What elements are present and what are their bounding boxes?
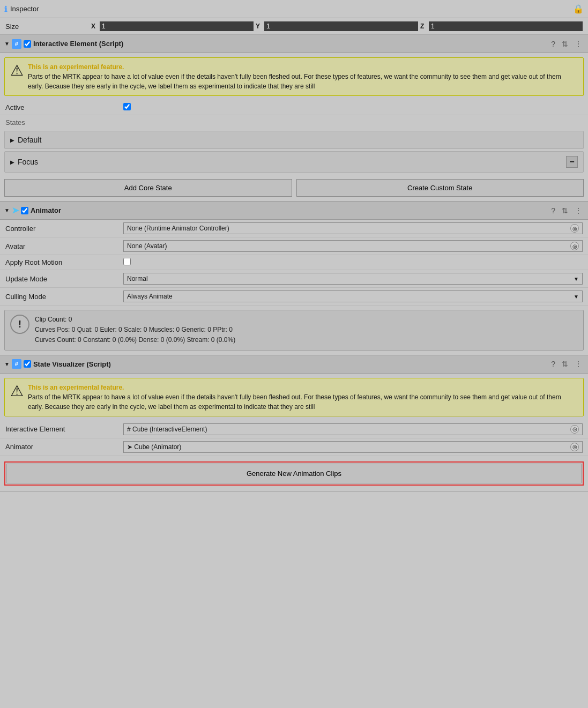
size-y-axis: Y	[256, 23, 263, 30]
avatar-pick-button[interactable]: ◎	[570, 242, 579, 250]
state-item-default: ▶ Default	[4, 131, 584, 149]
ie-title: Interactive Element (Script)	[33, 40, 123, 48]
ie-warning-body: Parts of the MRTK appear to have a lot o…	[28, 72, 578, 91]
update-mode-row: Update Mode Normal ▼	[0, 270, 588, 288]
culling-mode-value: Always Animate ▼	[123, 290, 583, 302]
controller-input-box[interactable]: None (Runtime Animator Controller) ◎	[123, 222, 583, 234]
culling-mode-arrow: ▼	[574, 294, 579, 300]
sv-enabled-checkbox[interactable]	[24, 360, 31, 368]
avatar-input-box[interactable]: None (Avatar) ◎	[123, 240, 583, 252]
ie-active-checkbox[interactable]	[123, 103, 131, 110]
sv-title: State Visualizer (Script)	[33, 360, 111, 368]
ie-help-button[interactable]: ?	[549, 39, 557, 49]
animator-info-text: Clip Count: 0 Curves Pos: 0 Quat: 0 Eule…	[35, 315, 235, 346]
avatar-label: Avatar	[5, 242, 123, 250]
controller-label: Controller	[5, 225, 123, 233]
state-visualizer-section: ▼ # State Visualizer (Script) ? ⇅ ⋮ ⚠ Th…	[0, 355, 588, 491]
clip-count: Clip Count: 0	[35, 315, 235, 325]
animator-collapse-arrow[interactable]: ▼	[4, 207, 10, 213]
culling-mode-dropdown[interactable]: Always Animate ▼	[123, 290, 583, 302]
size-z-field: Z	[420, 21, 583, 31]
sv-header: ▼ # State Visualizer (Script) ? ⇅ ⋮	[0, 355, 588, 374]
size-z-axis: Z	[420, 23, 428, 30]
curves-pos: Curves Pos: 0 Quat: 0 Euler: 0 Scale: 0 …	[35, 325, 235, 335]
animator-settings-button[interactable]: ⇅	[560, 206, 570, 215]
state-focus-arrow[interactable]: ▶	[10, 159, 14, 165]
animator-help-button[interactable]: ?	[549, 206, 557, 215]
ie-active-label: Active	[5, 103, 123, 111]
controller-pick-button[interactable]: ◎	[570, 224, 579, 233]
sv-help-button[interactable]: ?	[549, 359, 557, 369]
ie-warning-text: This is an experimental feature. Parts o…	[28, 62, 578, 91]
inspector-title-area: ℹ Inspector	[4, 5, 39, 13]
ie-active-value	[123, 103, 583, 112]
sv-menu-button[interactable]: ⋮	[573, 359, 584, 369]
sv-ie-text: # Cube (InteractiveElement)	[127, 426, 207, 433]
size-x-input[interactable]	[100, 21, 254, 31]
size-x-axis: X	[91, 23, 99, 30]
animator-section: ▼ ➤ Animator ? ⇅ ⋮ Controller None (Runt…	[0, 202, 588, 355]
animator-menu-button[interactable]: ⋮	[573, 206, 584, 215]
animator-header: ▼ ➤ Animator ? ⇅ ⋮	[0, 202, 588, 220]
state-focus-name: Focus	[18, 158, 38, 166]
ie-enabled-checkbox[interactable]	[24, 40, 31, 48]
sv-warning-title: This is an experimental feature.	[28, 383, 578, 392]
size-y-field: Y	[256, 21, 418, 31]
sv-collapse-arrow[interactable]: ▼	[4, 361, 10, 367]
sv-ie-input-box[interactable]: # Cube (InteractiveElement) ◎	[123, 423, 583, 435]
state-default-name: Default	[18, 136, 41, 144]
interactive-element-header: ▼ # Interactive Element (Script) ? ⇅ ⋮	[0, 35, 588, 53]
ie-warning-box: ⚠ This is an experimental feature. Parts…	[4, 57, 584, 96]
animator-icon: ➤	[12, 205, 19, 215]
culling-mode-text: Always Animate	[127, 293, 173, 300]
animator-info-icon: !	[10, 315, 29, 334]
update-mode-dropdown[interactable]: Normal ▼	[123, 273, 583, 285]
generate-btn-wrap: Generate New Animation Clips	[4, 461, 584, 486]
controller-value: None (Runtime Animator Controller) ◎	[123, 222, 583, 234]
create-custom-state-button[interactable]: Create Custom State	[296, 179, 584, 197]
size-row: Size X Y Z	[0, 18, 588, 35]
avatar-text: None (Avatar)	[127, 242, 167, 250]
sv-animator-row: Animator ➤ Cube (Animator) ◎	[0, 438, 588, 456]
sv-settings-button[interactable]: ⇅	[560, 359, 570, 369]
apply-root-motion-checkbox[interactable]	[123, 258, 131, 265]
generate-animation-clips-button[interactable]: Generate New Animation Clips	[6, 464, 582, 483]
add-core-state-button[interactable]: Add Core State	[4, 179, 292, 197]
inspector-header: ℹ Inspector 🔒	[0, 0, 588, 18]
sv-animator-label: Animator	[5, 443, 123, 451]
sv-hash-icon: #	[12, 359, 21, 369]
ie-content: ⚠ This is an experimental feature. Parts…	[0, 57, 588, 201]
update-mode-label: Update Mode	[5, 275, 123, 283]
apply-root-motion-row: Apply Root Motion	[0, 255, 588, 270]
state-default-arrow[interactable]: ▶	[10, 137, 14, 143]
interactive-element-section: ▼ # Interactive Element (Script) ? ⇅ ⋮ ⚠…	[0, 35, 588, 202]
ie-warning-title: This is an experimental feature.	[28, 62, 578, 72]
sv-warning-text: This is an experimental feature. Parts o…	[28, 383, 578, 412]
state-item-focus: ▶ Focus −	[4, 151, 584, 173]
ie-menu-button[interactable]: ⋮	[573, 39, 584, 49]
controller-row: Controller None (Runtime Animator Contro…	[0, 220, 588, 237]
sv-header-right: ? ⇅ ⋮	[549, 359, 584, 369]
sv-animator-input-box[interactable]: ➤ Cube (Animator) ◎	[123, 441, 583, 453]
curves-count: Curves Count: 0 Constant: 0 (0.0%) Dense…	[35, 335, 235, 345]
sv-ie-pick-button[interactable]: ◎	[570, 425, 579, 434]
interactive-element-header-left: ▼ # Interactive Element (Script)	[4, 39, 549, 49]
animator-enabled-checkbox[interactable]	[21, 207, 28, 214]
ie-collapse-arrow[interactable]: ▼	[4, 41, 10, 47]
size-fields: X Y Z	[91, 21, 583, 31]
lock-icon[interactable]: 🔒	[573, 4, 584, 14]
states-label: States	[0, 115, 588, 129]
sv-warning-icon: ⚠	[10, 384, 24, 399]
animator-info-box: ! Clip Count: 0 Curves Pos: 0 Quat: 0 Eu…	[4, 310, 584, 351]
size-x-field: X	[91, 21, 254, 31]
size-y-input[interactable]	[264, 21, 418, 31]
info-icon: ℹ	[4, 5, 7, 13]
size-z-input[interactable]	[429, 21, 583, 31]
ie-settings-button[interactable]: ⇅	[560, 39, 570, 49]
state-focus-minus-button[interactable]: −	[566, 156, 578, 168]
animator-title: Animator	[31, 206, 61, 214]
ie-warning-icon: ⚠	[10, 63, 24, 78]
state-default-left: ▶ Default	[10, 136, 41, 144]
sv-animator-pick-button[interactable]: ◎	[570, 443, 579, 451]
animator-header-left: ▼ ➤ Animator	[4, 205, 549, 215]
